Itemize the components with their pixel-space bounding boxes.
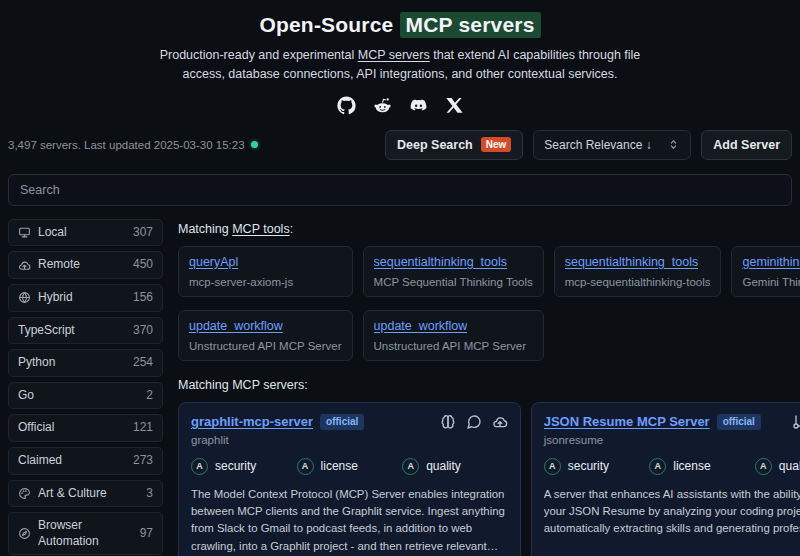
sidebar-item-official[interactable]: Official121 bbox=[8, 414, 163, 442]
git-branch-icon[interactable] bbox=[792, 414, 800, 430]
grade-circle: A bbox=[544, 458, 561, 475]
mcp-servers-link[interactable]: MCP servers bbox=[358, 48, 430, 62]
monitor-icon bbox=[18, 226, 31, 239]
servers-section-heading: Matching MCP servers: bbox=[178, 378, 800, 392]
new-badge: New bbox=[481, 137, 512, 152]
tool-server-name: MCP Sequential Thinking Tools bbox=[374, 276, 533, 288]
cloud-upload-icon[interactable] bbox=[492, 414, 508, 430]
server-count-status: 3,497 servers. Last updated 2025-03-30 1… bbox=[8, 139, 258, 151]
grade-circle: A bbox=[191, 458, 208, 475]
page-subtitle: Production-ready and experimental MCP se… bbox=[155, 46, 645, 85]
tool-link[interactable]: update_workflow bbox=[374, 319, 468, 333]
tool-link[interactable]: sequentialthinking_tools bbox=[565, 255, 698, 269]
palette-icon bbox=[18, 487, 31, 500]
main-content: Matching MCP tools: queryApl mcp-server-… bbox=[178, 219, 800, 556]
tool-card: update_workflow Unstructured API MCP Ser… bbox=[178, 310, 353, 361]
live-status-dot bbox=[251, 141, 258, 148]
sort-select[interactable]: Search Relevance ↓ bbox=[533, 130, 691, 160]
tool-server-name: mcp-server-axiom-js bbox=[189, 276, 342, 288]
github-icon[interactable] bbox=[337, 96, 356, 115]
server-description: The Model Context Protocol (MCP) Server … bbox=[191, 486, 508, 555]
server-card-json-resume: JSON Resume MCP Server official jsonresu… bbox=[531, 402, 800, 556]
tool-card: geminithinking Gemini Thinking Server bbox=[731, 246, 800, 297]
server-owner: jsonresume bbox=[544, 434, 800, 446]
search-input[interactable] bbox=[8, 174, 792, 206]
tool-server-name: Gemini Thinking Server bbox=[742, 276, 800, 288]
sidebar-item-art-culture[interactable]: Art & Culture3 bbox=[8, 480, 163, 508]
tool-card: update_workflow Unstructured API MCP Ser… bbox=[363, 310, 544, 361]
sidebar-item-browser-automation[interactable]: Browser Automation97 bbox=[8, 512, 163, 555]
license-rating[interactable]: Alicense bbox=[297, 458, 403, 475]
security-rating[interactable]: Asecurity bbox=[544, 458, 650, 475]
page-header: Open-Source MCP servers Production-ready… bbox=[0, 0, 800, 115]
rating-badges: Asecurity Alicense Aquality bbox=[191, 458, 508, 475]
tool-card: queryApl mcp-server-axiom-js bbox=[178, 246, 353, 297]
sidebar-item-go[interactable]: Go2 bbox=[8, 382, 163, 410]
tool-server-name: Unstructured API MCP Server bbox=[189, 340, 342, 352]
sidebar-item-python[interactable]: Python254 bbox=[8, 349, 163, 377]
globe-icon bbox=[18, 291, 31, 304]
grade-circle: A bbox=[297, 458, 314, 475]
tool-server-name: mcp-sequentialthinking-tools bbox=[565, 276, 711, 288]
grade-circle: A bbox=[402, 458, 419, 475]
compass-icon bbox=[18, 527, 31, 540]
official-badge: official bbox=[320, 414, 364, 430]
server-description: A server that enhances AI assistants wit… bbox=[544, 486, 800, 538]
page-title-prefix: Open-Source bbox=[259, 13, 399, 36]
rating-badges: Asecurity Alicense Aquality bbox=[544, 458, 800, 475]
tool-link[interactable]: geminithinking bbox=[742, 255, 800, 269]
deep-search-button[interactable]: Deep Search New bbox=[385, 130, 523, 160]
server-card-graphlit: graphlit-mcp-server official graphlit As… bbox=[178, 402, 521, 556]
tool-link[interactable]: queryApl bbox=[189, 255, 238, 269]
cloud-upload-icon bbox=[18, 259, 31, 272]
grade-circle: A bbox=[649, 458, 666, 475]
tools-section-heading: Matching MCP tools: bbox=[178, 222, 800, 236]
sidebar-item-local[interactable]: Local307 bbox=[8, 219, 163, 247]
sidebar-item-typescript[interactable]: TypeScript370 bbox=[8, 317, 163, 345]
message-icon[interactable] bbox=[466, 414, 482, 430]
filter-sidebar: Local307 Remote450 Hybrid156 TypeScript3… bbox=[8, 219, 163, 556]
server-owner: graphlit bbox=[191, 434, 508, 446]
quality-rating[interactable]: Aquality bbox=[755, 458, 800, 475]
social-links bbox=[0, 96, 800, 115]
tool-link[interactable]: sequentialthinking_tools bbox=[374, 255, 507, 269]
page-title: Open-Source MCP servers bbox=[0, 13, 800, 37]
brain-icon[interactable] bbox=[440, 414, 456, 430]
discord-icon[interactable] bbox=[409, 96, 428, 115]
reddit-icon[interactable] bbox=[373, 96, 392, 115]
server-link[interactable]: JSON Resume MCP Server bbox=[544, 414, 710, 429]
tool-card: sequentialthinking_tools MCP Sequential … bbox=[363, 246, 544, 297]
security-rating[interactable]: Asecurity bbox=[191, 458, 297, 475]
tool-link[interactable]: update_workflow bbox=[189, 319, 283, 333]
mcp-tools-link[interactable]: MCP tools bbox=[232, 222, 289, 236]
page-title-highlight: MCP servers bbox=[400, 12, 541, 38]
tool-server-name: Unstructured API MCP Server bbox=[374, 340, 533, 352]
sidebar-item-remote[interactable]: Remote450 bbox=[8, 251, 163, 279]
official-badge: official bbox=[717, 414, 761, 430]
add-server-button[interactable]: Add Server bbox=[701, 130, 792, 160]
server-link[interactable]: graphlit-mcp-server bbox=[191, 414, 313, 429]
controls-row: 3,497 servers. Last updated 2025-03-30 1… bbox=[0, 129, 800, 161]
matching-servers-grid: graphlit-mcp-server official graphlit As… bbox=[178, 402, 800, 556]
x-icon[interactable] bbox=[445, 96, 464, 115]
sidebar-item-hybrid[interactable]: Hybrid156 bbox=[8, 284, 163, 312]
quality-rating[interactable]: Aquality bbox=[402, 458, 508, 475]
tool-card: sequentialthinking_tools mcp-sequentialt… bbox=[554, 246, 722, 297]
license-rating[interactable]: Alicense bbox=[649, 458, 755, 475]
chevrons-up-down-icon bbox=[667, 138, 680, 151]
matching-tools-grid: queryApl mcp-server-axiom-js sequentialt… bbox=[178, 246, 800, 361]
sidebar-item-claimed[interactable]: Claimed273 bbox=[8, 447, 163, 475]
grade-circle: A bbox=[755, 458, 772, 475]
